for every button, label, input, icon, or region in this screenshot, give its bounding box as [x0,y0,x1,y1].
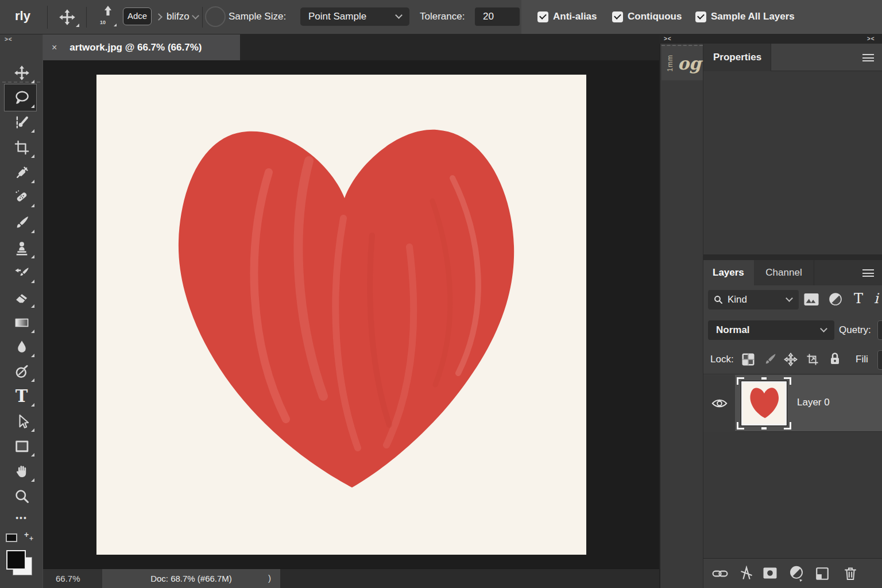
panel-menu-icon[interactable] [862,54,874,61]
preset-chevron-icon[interactable] [192,12,199,20]
layers-body: Kind T i Normal Quetry: Lock: [703,285,882,558]
layer-thumbnail-frame[interactable] [737,377,791,430]
type-tool[interactable]: T [0,384,43,409]
collapsed-panel-button[interactable]: 1mm og [662,45,703,80]
heart-artwork [96,75,586,555]
path-select-tool[interactable] [0,409,43,434]
antialias-checkbox[interactable] [537,11,548,22]
brush-icon [14,215,30,231]
layer-thumbnail[interactable] [741,381,787,425]
collapse-panel-icon[interactable]: >< [867,36,875,42]
more-tools-button[interactable]: ••• [0,508,43,528]
kind-filter-select[interactable]: Kind [708,290,799,310]
blur-tool[interactable] [0,334,43,359]
layer-effects-icon[interactable] [739,566,754,581]
lasso-tool[interactable] [0,85,43,110]
collapse-panel-icon[interactable]: >< [5,36,13,42]
dodge-tool[interactable] [0,359,43,384]
hand-tool[interactable] [0,459,43,484]
document-info[interactable]: Doc: 68.7% (#66.7M) ) [102,569,280,588]
lock-label: Lock: [710,354,734,365]
status-expander-icon[interactable]: ) [268,573,271,583]
collapse-panel-icon[interactable]: >< [664,36,672,42]
layer-visibility-cell[interactable] [703,375,735,432]
artwork-canvas[interactable] [96,75,586,555]
crop-icon [14,140,30,156]
contiguous-label: Contiquous [628,11,682,22]
foreground-color-swatch[interactable] [6,550,26,570]
type-filter-icon[interactable]: T [854,292,863,305]
layer-name[interactable]: Layer 0 [797,397,830,408]
history-brush-tool[interactable] [0,260,43,285]
lock-paint-icon[interactable] [763,353,777,366]
eraser-tool[interactable] [0,285,43,310]
lock-artboard-icon[interactable] [806,353,819,366]
layer-row[interactable]: Layer 0 [703,375,882,432]
zoom-level-field[interactable]: 66.7% [43,569,102,588]
sample-size-select[interactable]: Point Sample [300,7,409,26]
tool-preset-picker[interactable]: 10 [96,5,119,30]
info-filter-icon[interactable]: i [874,292,879,305]
shape-tool[interactable] [0,434,43,459]
gradient-tool[interactable] [0,310,43,335]
type-tool-glyph: T [16,388,28,405]
blend-mode-value: Normal [716,324,750,336]
corner-icon [31,105,34,108]
preset-name[interactable]: blifzo [167,11,189,22]
lock-transparency-icon[interactable] [741,353,755,366]
opacity-label: Quetry: [839,324,871,336]
delete-layer-icon[interactable] [843,566,858,582]
tab-layers[interactable]: Layers [703,260,754,285]
eyedropper-tool[interactable] [0,160,43,185]
image-filter-icon[interactable] [803,293,819,306]
bandaid-icon [14,189,30,205]
layers-bottom-bar [703,558,882,588]
document-tab[interactable]: × artwork.jpg @ 66.7% (66.7%) [43,34,240,60]
corner-icon [31,280,34,283]
tab-properties[interactable]: Properties [703,44,771,71]
brush-tool[interactable] [0,210,43,235]
antialias-label: Anti-alias [553,11,597,22]
link-layers-icon[interactable] [712,568,728,579]
crop-tool[interactable] [0,135,43,160]
ruler-label: 1mm [666,55,674,72]
app-logo: rly [15,9,30,24]
corner-icon [31,204,34,207]
adjustment-layer-icon[interactable] [789,566,804,582]
corner-icon [31,255,34,258]
tab-channel[interactable]: Channel [754,260,814,285]
lasso-icon [13,90,30,106]
sample-all-layers-label: Sample All Layers [711,11,795,22]
healing-brush-tool[interactable] [0,110,43,135]
opacity-field[interactable] [877,320,882,340]
fill-field[interactable] [877,350,882,370]
contiguous-checkbox[interactable] [612,11,623,22]
move-tool[interactable] [0,60,43,86]
mini-color-indicator[interactable] [6,533,17,542]
properties-header: Properties [703,44,882,71]
tolerance-input[interactable] [475,7,520,26]
close-tab-icon[interactable]: × [52,42,57,53]
new-layer-icon[interactable] [815,566,830,581]
spot-healing-tool[interactable] [0,184,43,210]
move-tool-option-icon[interactable] [59,9,76,26]
tool-preset-corner-icon [76,24,79,27]
lock-all-icon[interactable] [828,351,842,366]
corner-icon [31,129,34,133]
preset-button[interactable]: Adce [123,7,152,25]
add-mask-icon[interactable] [762,566,778,580]
corner-icon [31,428,34,432]
corner-icon [31,403,34,407]
options-bar: rly 10 Adce blifzo Sample Size: Point Sa… [0,0,882,34]
adjustment-filter-icon[interactable] [829,292,842,306]
panel-menu-icon[interactable] [862,269,874,277]
zoom-tool[interactable] [0,483,43,509]
sample-ring-icon[interactable] [205,6,226,27]
properties-body [703,71,882,254]
lock-position-icon[interactable] [784,353,798,366]
blend-mode-select[interactable]: Normal [708,320,834,340]
clone-stamp-tool[interactable] [0,235,43,261]
lock-row: Lock: Fili [703,346,882,374]
sample-all-layers-checkbox[interactable] [695,11,706,22]
corner-icon [31,478,34,482]
